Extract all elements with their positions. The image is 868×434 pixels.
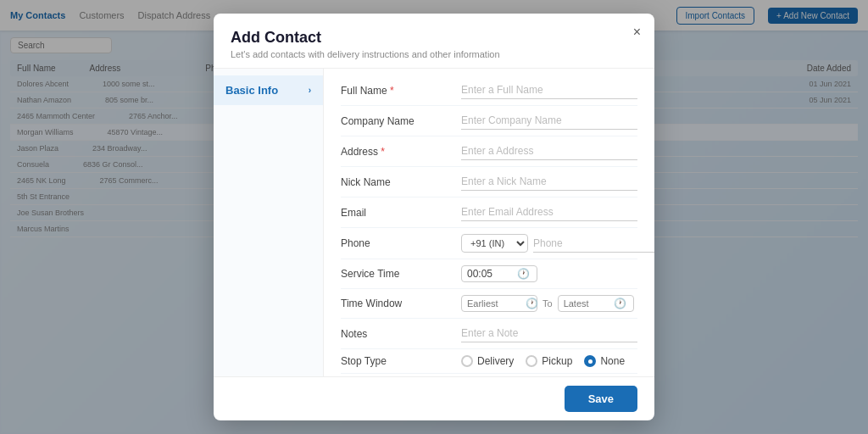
- full-name-label: Full Name *: [341, 85, 451, 97]
- clock-icon[interactable]: 🕐: [517, 268, 530, 280]
- phone-label: Phone: [341, 237, 451, 249]
- service-time-label: Service Time: [341, 268, 451, 280]
- pickup-radio[interactable]: [526, 355, 537, 367]
- company-name-input[interactable]: [461, 112, 637, 130]
- modal-sidebar: Basic Info ›: [214, 69, 324, 376]
- modal-body: Basic Info › Full Name * Company Name: [214, 69, 654, 376]
- time-window-group: 🕐 To 🕐: [461, 295, 637, 312]
- full-name-row: Full Name *: [341, 75, 637, 106]
- sidebar-item-label: Basic Info: [225, 84, 278, 97]
- nick-name-label: Nick Name: [341, 176, 451, 188]
- stop-type-row: Stop Type Delivery Pickup None: [341, 349, 637, 374]
- none-radio[interactable]: [584, 355, 596, 367]
- latest-clock-icon[interactable]: 🕐: [614, 298, 626, 309]
- delivery-radio[interactable]: [461, 355, 473, 367]
- nick-name-row: Nick Name: [341, 167, 637, 198]
- notes-label: Notes: [341, 328, 451, 340]
- pickup-label: Pickup: [542, 355, 572, 367]
- address-row: Address *: [341, 136, 637, 167]
- full-name-input[interactable]: [461, 81, 637, 99]
- stop-type-none[interactable]: None: [584, 355, 625, 367]
- phone-group: +91 (IN) +1 (US) +44 (UK): [461, 234, 654, 253]
- modal-footer: Save: [214, 376, 654, 420]
- latest-time-wrap: 🕐: [558, 295, 634, 312]
- time-window-row: Time Window 🕐 To 🕐: [341, 289, 637, 319]
- service-time-wrap: 🕐: [461, 265, 537, 282]
- none-label: None: [600, 355, 625, 367]
- modal-overlay: Add Contact Let's add contacts with deli…: [0, 0, 868, 434]
- address-label: Address *: [341, 146, 451, 158]
- required-indicator: *: [381, 146, 385, 158]
- modal-subtitle: Let's add contacts with delivery instruc…: [231, 49, 637, 59]
- notes-row: Notes: [341, 319, 637, 349]
- notes-input[interactable]: [461, 325, 637, 342]
- company-name-row: Company Name: [341, 106, 637, 136]
- modal-close-button[interactable]: ×: [633, 25, 641, 39]
- email-row: Email: [341, 198, 637, 228]
- add-contact-modal: Add Contact Let's add contacts with deli…: [214, 14, 654, 420]
- service-time-input[interactable]: [467, 268, 514, 280]
- modal-header: Add Contact Let's add contacts with deli…: [214, 14, 654, 69]
- latest-time-input[interactable]: [564, 298, 610, 309]
- sidebar-item-basic-info[interactable]: Basic Info ›: [214, 75, 323, 105]
- nick-name-input[interactable]: [461, 173, 637, 191]
- modal-title: Add Contact: [231, 29, 637, 47]
- stop-type-label: Stop Type: [341, 355, 451, 367]
- time-window-to-label: To: [542, 298, 553, 309]
- email-label: Email: [341, 207, 451, 219]
- save-button[interactable]: Save: [565, 386, 637, 412]
- required-indicator: *: [390, 85, 394, 97]
- earliest-time-input[interactable]: [467, 298, 522, 309]
- address-input[interactable]: [461, 142, 637, 160]
- phone-row: Phone +91 (IN) +1 (US) +44 (UK): [341, 228, 637, 259]
- stop-type-group: Delivery Pickup None: [461, 355, 637, 367]
- time-window-label: Time Window: [341, 298, 451, 309]
- modal-form: Full Name * Company Name Address *: [324, 69, 654, 376]
- email-input[interactable]: [461, 203, 637, 221]
- phone-country-select[interactable]: +91 (IN) +1 (US) +44 (UK): [461, 234, 528, 253]
- delivery-label: Delivery: [477, 355, 514, 367]
- stop-type-pickup[interactable]: Pickup: [526, 355, 572, 367]
- earliest-time-wrap: 🕐: [461, 295, 537, 312]
- service-time-row: Service Time 🕐: [341, 259, 637, 289]
- phone-input[interactable]: [533, 235, 654, 253]
- stop-type-delivery[interactable]: Delivery: [461, 355, 514, 367]
- earliest-clock-icon[interactable]: 🕐: [526, 298, 538, 309]
- chevron-right-icon: ›: [309, 86, 311, 95]
- company-name-label: Company Name: [341, 115, 451, 127]
